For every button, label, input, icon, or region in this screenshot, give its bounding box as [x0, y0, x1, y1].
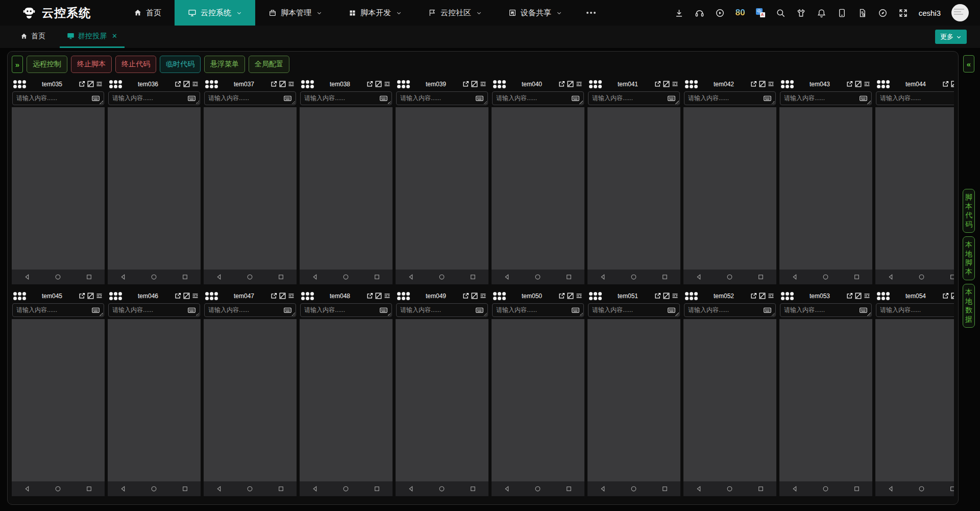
open-external-icon[interactable] — [366, 80, 374, 88]
back-button[interactable] — [408, 274, 414, 280]
open-external-icon[interactable] — [462, 292, 470, 300]
home-button[interactable] — [534, 485, 541, 492]
card-menu-icon[interactable] — [863, 80, 871, 88]
open-external-icon[interactable] — [174, 292, 182, 300]
device-input[interactable]: 请输入内容...... — [588, 91, 680, 105]
expand-screen-icon[interactable] — [87, 80, 94, 88]
open-external-icon[interactable] — [558, 292, 566, 300]
resize-handle[interactable] — [675, 312, 679, 316]
drag-dots-icon[interactable] — [685, 292, 698, 300]
drag-dots-icon[interactable] — [877, 292, 890, 300]
home-button[interactable] — [55, 274, 61, 280]
device-screen[interactable] — [108, 107, 201, 270]
keyboard-icon[interactable] — [187, 94, 196, 103]
back-button[interactable] — [792, 274, 798, 280]
recents-button[interactable] — [374, 485, 380, 492]
back-button[interactable] — [696, 274, 702, 280]
home-button[interactable] — [630, 274, 637, 280]
device-screen[interactable] — [492, 107, 584, 270]
device-input[interactable]: 请输入内容...... — [396, 303, 488, 317]
keyboard-icon[interactable] — [763, 306, 772, 314]
open-external-icon[interactable] — [78, 80, 86, 88]
drag-dots-icon[interactable] — [685, 80, 698, 88]
device-screen[interactable] — [875, 319, 954, 481]
expand-screen-icon[interactable] — [758, 292, 766, 300]
device-input[interactable]: 请输入内容...... — [12, 303, 104, 317]
device-screen[interactable] — [683, 319, 776, 481]
resize-handle[interactable] — [867, 312, 871, 316]
stop-script-button[interactable]: 终止脚本 — [71, 56, 112, 73]
home-button[interactable] — [918, 274, 925, 280]
expand-screen-icon[interactable] — [854, 80, 862, 88]
resize-handle[interactable] — [387, 101, 391, 104]
keyboard-icon[interactable] — [91, 94, 100, 103]
more-button[interactable]: 更多 — [935, 30, 967, 44]
keyboard-icon[interactable] — [379, 94, 388, 103]
open-external-icon[interactable] — [750, 80, 757, 88]
nav-item-home[interactable]: 首页 — [120, 0, 175, 26]
keyboard-icon[interactable] — [667, 306, 676, 314]
back-button[interactable] — [216, 485, 223, 492]
nav-item-script-dev[interactable]: 脚本开发 — [335, 0, 415, 26]
back-button[interactable] — [888, 485, 894, 492]
resize-handle[interactable] — [579, 101, 583, 104]
card-menu-icon[interactable] — [575, 80, 583, 88]
device-input[interactable]: 请输入内容...... — [588, 303, 680, 317]
drag-dots-icon[interactable] — [205, 292, 218, 300]
tab-group-control-projection[interactable]: 群控投屏 ✕ — [60, 26, 125, 48]
recents-button[interactable] — [374, 274, 380, 280]
recents-button[interactable] — [853, 274, 860, 280]
card-menu-icon[interactable] — [383, 292, 391, 300]
drag-dots-icon[interactable] — [781, 80, 794, 88]
card-menu-icon[interactable] — [191, 292, 199, 300]
open-external-icon[interactable] — [846, 292, 853, 300]
drag-dots-icon[interactable] — [397, 80, 410, 88]
resize-handle[interactable] — [387, 312, 391, 316]
resize-handle[interactable] — [195, 312, 199, 316]
home-button[interactable] — [438, 485, 445, 492]
recents-button[interactable] — [662, 485, 668, 492]
recents-button[interactable] — [757, 485, 764, 492]
card-menu-icon[interactable] — [575, 292, 583, 300]
home-button[interactable] — [342, 274, 349, 280]
expand-screen-icon[interactable] — [375, 80, 382, 88]
expand-screen-icon[interactable] — [279, 80, 286, 88]
device-input[interactable]: 请输入内容...... — [108, 91, 200, 105]
device-input[interactable]: 请输入内容...... — [492, 91, 584, 105]
expand-screen-icon[interactable] — [950, 292, 954, 300]
expand-screen-icon[interactable] — [375, 292, 382, 300]
expand-screen-icon[interactable] — [758, 80, 766, 88]
keyboard-icon[interactable] — [283, 306, 292, 314]
expand-screen-icon[interactable] — [567, 292, 574, 300]
card-menu-icon[interactable] — [287, 80, 295, 88]
drag-dots-icon[interactable] — [781, 292, 794, 300]
theme-tshirt-icon[interactable] — [796, 8, 806, 18]
resize-handle[interactable] — [483, 312, 487, 316]
recents-button[interactable] — [566, 485, 572, 492]
expand-screen-icon[interactable] — [663, 80, 670, 88]
device-input[interactable]: 请输入内容...... — [780, 303, 872, 317]
drag-dots-icon[interactable] — [13, 292, 26, 300]
back-button[interactable] — [600, 274, 606, 280]
card-menu-icon[interactable] — [191, 80, 199, 88]
home-button[interactable] — [630, 485, 637, 492]
bell-icon[interactable] — [817, 8, 826, 18]
home-button[interactable] — [822, 485, 829, 492]
projection-80-badge[interactable]: 80 — [736, 8, 745, 18]
device-screen[interactable] — [683, 107, 776, 270]
card-menu-icon[interactable] — [95, 292, 103, 300]
keyboard-icon[interactable] — [475, 306, 484, 314]
back-button[interactable] — [24, 485, 31, 492]
card-menu-icon[interactable] — [479, 292, 487, 300]
device-screen[interactable] — [779, 319, 872, 481]
device-screen[interactable] — [875, 107, 954, 270]
back-button[interactable] — [696, 485, 702, 492]
expand-left-button[interactable]: » — [12, 56, 23, 73]
keyboard-icon[interactable] — [859, 306, 868, 314]
home-button[interactable] — [726, 485, 733, 492]
expand-screen-icon[interactable] — [183, 80, 190, 88]
tab-home[interactable]: 首页 — [13, 26, 53, 48]
resize-handle[interactable] — [771, 101, 775, 104]
resize-handle[interactable] — [771, 312, 775, 316]
open-external-icon[interactable] — [462, 80, 470, 88]
